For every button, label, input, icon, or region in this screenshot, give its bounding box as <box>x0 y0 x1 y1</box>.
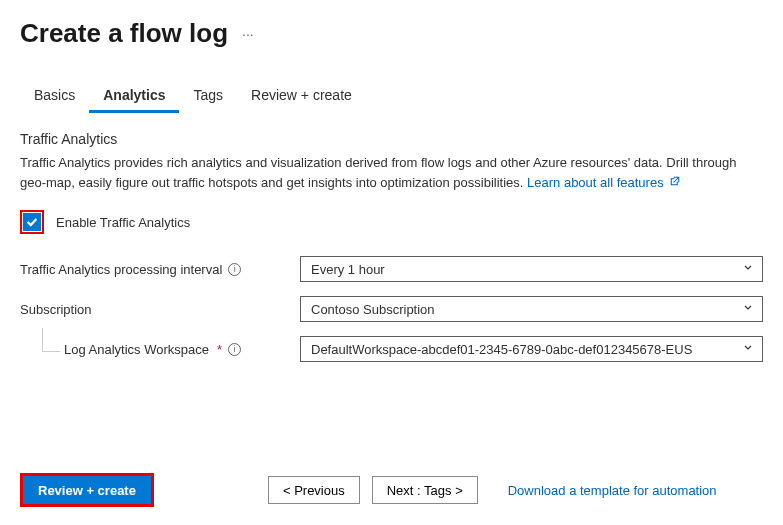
enable-traffic-analytics-label: Enable Traffic Analytics <box>56 215 190 230</box>
enable-traffic-analytics-checkbox[interactable] <box>23 213 41 231</box>
required-indicator: * <box>217 342 222 357</box>
tab-tags[interactable]: Tags <box>179 81 237 113</box>
subscription-label: Subscription <box>20 302 92 317</box>
previous-button[interactable]: < Previous <box>268 476 360 504</box>
tree-line <box>42 328 60 352</box>
chevron-down-icon <box>742 262 754 277</box>
workspace-select-value: DefaultWorkspace-abcdef01-2345-6789-0abc… <box>311 342 692 357</box>
external-link-icon <box>669 173 681 185</box>
review-create-button[interactable]: Review + create <box>23 476 151 504</box>
info-icon[interactable]: i <box>228 343 241 356</box>
workspace-select[interactable]: DefaultWorkspace-abcdef01-2345-6789-0abc… <box>300 336 763 362</box>
learn-more-link-text: Learn about all features <box>527 175 664 190</box>
more-actions-button[interactable]: ··· <box>242 26 254 42</box>
chevron-down-icon <box>742 302 754 317</box>
subscription-select-value: Contoso Subscription <box>311 302 435 317</box>
learn-more-link[interactable]: Learn about all features <box>527 175 681 190</box>
tab-bar: Basics Analytics Tags Review + create <box>0 57 783 113</box>
subscription-select[interactable]: Contoso Subscription <box>300 296 763 322</box>
section-title: Traffic Analytics <box>20 131 763 147</box>
tab-basics[interactable]: Basics <box>20 81 89 113</box>
download-template-link[interactable]: Download a template for automation <box>508 483 717 498</box>
highlight-checkbox <box>20 210 44 234</box>
footer: Review + create < Previous Next : Tags >… <box>0 473 783 507</box>
check-icon <box>25 215 39 229</box>
highlight-review-create: Review + create <box>20 473 154 507</box>
tab-analytics[interactable]: Analytics <box>89 81 179 113</box>
interval-label: Traffic Analytics processing interval <box>20 262 222 277</box>
interval-select-value: Every 1 hour <box>311 262 385 277</box>
page-title: Create a flow log <box>20 18 228 49</box>
workspace-label: Log Analytics Workspace <box>64 342 209 357</box>
section-description: Traffic Analytics provides rich analytic… <box>20 153 763 192</box>
chevron-down-icon <box>742 342 754 357</box>
info-icon[interactable]: i <box>228 263 241 276</box>
interval-select[interactable]: Every 1 hour <box>300 256 763 282</box>
next-button[interactable]: Next : Tags > <box>372 476 478 504</box>
tab-review-create[interactable]: Review + create <box>237 81 366 113</box>
